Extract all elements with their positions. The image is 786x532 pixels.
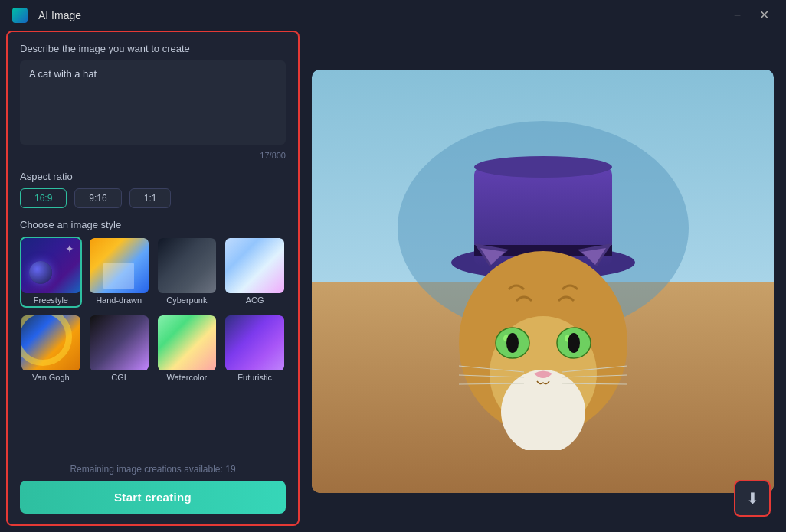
- generated-image: [312, 70, 774, 493]
- style-thumb-vangogh: [21, 315, 80, 370]
- cat-svg: [398, 113, 689, 450]
- style-thumb-futuristic: [225, 315, 284, 370]
- style-item-acg[interactable]: ACG: [224, 237, 286, 308]
- download-icon: ⬇: [746, 489, 759, 508]
- style-label-handdrawn: Hand-drawn: [90, 295, 149, 306]
- right-panel: ⬇: [300, 31, 786, 532]
- style-thumb-cyberpunk: [158, 238, 217, 293]
- start-creating-button[interactable]: Start creating: [20, 481, 286, 514]
- app-icon: [12, 8, 28, 23]
- style-section: Choose an image style Freestyle Hand-dra…: [20, 219, 286, 385]
- aspect-btn-16-9[interactable]: 16:9: [20, 188, 67, 208]
- prompt-label: Describe the image you want to create: [20, 43, 286, 54]
- style-item-handdrawn[interactable]: Hand-drawn: [88, 237, 150, 308]
- style-thumb-acg: [225, 238, 284, 293]
- main-content: Describe the image you want to create A …: [0, 31, 786, 532]
- style-label-watercolor: Watercolor: [158, 373, 217, 383]
- svg-point-4: [474, 156, 612, 178]
- aspect-btn-1-1[interactable]: 1:1: [129, 188, 172, 208]
- window-controls: − ✕: [729, 8, 774, 23]
- style-item-futuristic[interactable]: Futuristic: [224, 314, 286, 385]
- prompt-section: Describe the image you want to create A …: [20, 43, 286, 160]
- download-btn-area: ⬇: [734, 480, 771, 517]
- style-label-cyberpunk: Cyberpunk: [158, 295, 217, 306]
- style-thumb-watercolor: [158, 315, 217, 370]
- style-thumb-cgi: [90, 315, 149, 370]
- style-label: Choose an image style: [20, 219, 286, 230]
- minimize-button[interactable]: −: [729, 8, 745, 23]
- aspect-ratio-section: Aspect ratio 16:9 9:16 1:1: [20, 171, 286, 208]
- aspect-ratio-label: Aspect ratio: [20, 171, 286, 182]
- aspect-ratio-options: 16:9 9:16 1:1: [20, 188, 286, 208]
- style-label-futuristic: Futuristic: [225, 373, 284, 383]
- remaining-text: Remaining image creations available: 19: [20, 456, 286, 475]
- style-label-cgi: CGI: [90, 373, 149, 383]
- style-item-cgi[interactable]: CGI: [88, 314, 150, 385]
- style-item-watercolor[interactable]: Watercolor: [156, 314, 218, 385]
- char-count: 17/800: [20, 151, 286, 160]
- style-item-vangogh[interactable]: Van Gogh: [20, 314, 82, 385]
- svg-point-17: [568, 333, 580, 353]
- window-title: AI Image: [38, 9, 81, 21]
- style-label-vangogh: Van Gogh: [21, 373, 80, 383]
- aspect-btn-9-16[interactable]: 9:16: [74, 188, 121, 208]
- close-button[interactable]: ✕: [755, 8, 774, 23]
- style-grid: Freestyle Hand-drawn Cyberpunk ACG: [20, 237, 286, 385]
- castle-shape: [103, 263, 134, 289]
- download-button[interactable]: ⬇: [734, 480, 771, 517]
- window-title-area: AI Image: [12, 8, 81, 23]
- style-item-cyberpunk[interactable]: Cyberpunk: [156, 237, 218, 308]
- style-label-freestyle: Freestyle: [21, 295, 80, 306]
- left-panel: Describe the image you want to create A …: [6, 31, 300, 526]
- style-item-freestyle[interactable]: Freestyle: [20, 237, 82, 308]
- title-bar: AI Image − ✕: [0, 0, 786, 31]
- svg-point-16: [506, 333, 519, 353]
- style-thumb-freestyle: [21, 238, 80, 293]
- prompt-textarea[interactable]: A cat with a hat: [20, 60, 286, 145]
- image-container: [312, 70, 774, 493]
- svg-point-11: [501, 370, 585, 450]
- style-label-acg: ACG: [225, 295, 284, 306]
- style-thumb-handdrawn: [90, 238, 149, 293]
